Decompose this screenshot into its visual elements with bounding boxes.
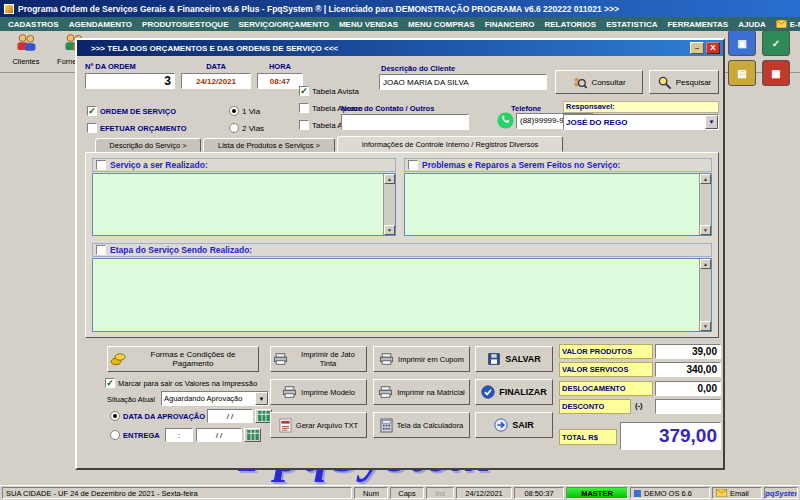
finalizar-button[interactable]: FINALIZAR (475, 379, 553, 405)
menu-estatistica[interactable]: ESTATISTICA (601, 19, 662, 30)
check-circle-icon (481, 385, 495, 399)
tab-lista-produtos[interactable]: Lista de Produtos e Serviços > (203, 138, 335, 152)
marcar-valores-checkbox[interactable]: ✓ Marcar para sair os Valores na Impress… (105, 378, 257, 388)
entrega-radio[interactable]: ENTREGA (110, 430, 160, 440)
imprimir-matricial-button[interactable]: Imprimir na Matricial (373, 379, 470, 405)
time-field[interactable]: 08:47 (257, 73, 303, 89)
toolbar-clientes-button[interactable]: Clientes (2, 32, 50, 72)
menubar: CADASTROS AGENDAMENTO PRODUTOS/ESTOQUE S… (0, 17, 800, 31)
via1-radio[interactable]: 1 Via (229, 106, 260, 116)
whatsapp-icon[interactable] (497, 112, 514, 129)
status-email-button[interactable]: Email (712, 487, 762, 499)
scroll-down-icon[interactable]: ▼ (700, 225, 711, 235)
txt-file-icon (279, 418, 292, 433)
ordens-servico-dialog: >>> TELA DOS ORÇAMENTOS E DAS ORDENS DE … (75, 38, 725, 470)
time-label: HORA (257, 62, 303, 71)
menu-compras[interactable]: MENU COMPRAS (403, 19, 480, 30)
cliente-input[interactable]: JOAO MARIA DA SILVA (379, 74, 547, 90)
imprimir-cupom-button[interactable]: Imprimir em Cupom (373, 346, 470, 372)
toolbar-icon-blue[interactable]: ▣ (728, 30, 756, 56)
responsavel-label: Responsavel: (563, 101, 719, 113)
toolbar-icon-yellow[interactable]: ▤ (728, 60, 756, 86)
entrega-date-field[interactable]: / / (196, 428, 242, 442)
menu-vendas[interactable]: MENU VENDAS (334, 19, 403, 30)
dialog-titlebar[interactable]: >>> TELA DOS ORÇAMENTOS E DAS ORDENS DE … (77, 40, 723, 56)
via2-radio[interactable]: 2 Vias (229, 123, 264, 133)
status-user-badge: MASTER (566, 487, 628, 499)
servico-realizado-textarea[interactable]: ▲▼ (92, 173, 396, 236)
envelope-icon (716, 489, 727, 497)
scroll-up-icon[interactable]: ▲ (700, 174, 711, 184)
calendar-icon (258, 411, 270, 421)
toolbar-icon-red[interactable]: ▦ (762, 60, 790, 86)
order-number-field[interactable]: 3 (85, 73, 175, 89)
desconto-label: DESCONTO (559, 399, 631, 414)
date-field[interactable]: 24/12/2021 (181, 73, 251, 89)
formas-pagamento-button[interactable]: Formas e Condições de Pagamento (107, 346, 259, 372)
menu-cadastros[interactable]: CADASTROS (3, 19, 64, 30)
cliente-label: Descrição do Cliente (381, 64, 455, 73)
etapa-servico-checkbox[interactable] (96, 245, 106, 255)
entrega-time-field[interactable]: : (165, 428, 193, 442)
desconto-value[interactable] (655, 399, 721, 414)
scroll-down-icon[interactable]: ▼ (384, 225, 395, 235)
calendar-icon (247, 430, 259, 440)
scrollbar[interactable]: ▲▼ (383, 174, 395, 235)
deslocamento-label: DESLOCAMENTO (559, 381, 653, 396)
date-label: DATA (181, 62, 251, 71)
menu-agendamento[interactable]: AGENDAMENTO (64, 19, 137, 30)
pesquisar-button[interactable]: Pesquisar (649, 70, 719, 94)
ordem-servico-checkbox[interactable]: ✓ ORDEM DE SERVIÇO (87, 106, 176, 116)
menu-financeiro[interactable]: FINANCEIRO (480, 19, 540, 30)
menu-ajuda[interactable]: AJUDA (733, 19, 771, 30)
scroll-down-icon[interactable]: ▼ (700, 321, 711, 331)
date-group: DATA 24/12/2021 (181, 62, 251, 89)
calendar-button[interactable] (244, 428, 261, 442)
status-time: 08:50:37 (514, 487, 564, 499)
gerar-txt-button[interactable]: Gerar Arquivo TXT (270, 412, 367, 438)
statusbar: SUA CIDADE - UF 24 de Dezembro de 2021 -… (0, 485, 800, 500)
search-icon (657, 75, 672, 90)
data-aprovacao-field[interactable]: / / (207, 409, 253, 423)
calculator-icon (380, 418, 393, 433)
problemas-reparos-checkbox[interactable] (408, 160, 418, 170)
scroll-up-icon[interactable]: ▲ (384, 174, 395, 184)
app-icon (4, 4, 14, 14)
consultar-button[interactable]: Consultar (555, 70, 643, 94)
contato-input[interactable] (341, 114, 469, 130)
tab-descricao-servico[interactable]: Descrição do Serviço > (95, 138, 201, 152)
scroll-up-icon[interactable]: ▲ (700, 259, 711, 269)
situacao-combo[interactable]: Aguardando Aprovação ▼ (161, 391, 269, 406)
menu-relatorios[interactable]: RELATORIOS (539, 19, 601, 30)
minimize-button[interactable]: – (690, 42, 704, 54)
scrollbar[interactable]: ▲▼ (699, 174, 711, 235)
close-icon[interactable]: X (706, 42, 720, 54)
menu-produtos-estoque[interactable]: PRODUTOS/ESTOQUE (137, 19, 233, 30)
problemas-reparos-textarea[interactable]: ▲▼ (404, 173, 712, 236)
app-title: Programa Ordem de Serviços Gerais & Fina… (18, 4, 619, 14)
printer-icon (379, 352, 394, 366)
menu-servico-orcamento[interactable]: SERVIÇO/ORÇAMENTO (233, 19, 333, 30)
imprime-modelo-button[interactable]: Imprime Modelo (270, 379, 367, 405)
efetuar-orcamento-checkbox[interactable]: EFETUAR ORÇAMENTO (87, 123, 187, 133)
responsavel-combo[interactable]: JOSÉ DO REGO ▼ (563, 114, 719, 130)
toolbar-icon-green[interactable]: ✓ (762, 30, 790, 56)
calculadora-button[interactable]: Tela da Calculadora (373, 412, 470, 438)
total-label: TOTAL R$ (559, 429, 617, 445)
tab-informacoes-controle[interactable]: Informações de Controle Interno / Regist… (337, 136, 563, 152)
data-aprovacao-radio[interactable]: DATA DA APROVAÇÃO (110, 411, 205, 421)
menu-email[interactable]: E-MAIL (771, 19, 800, 30)
app-titlebar[interactable]: Programa Ordem de Serviços Gerais & Fina… (0, 0, 800, 17)
imprimir-jato-tinta-button[interactable]: Imprimir de Jato Tinta (270, 346, 367, 372)
chevron-down-icon[interactable]: ▼ (705, 115, 718, 129)
menu-ferramentas[interactable]: FERRAMENTAS (662, 19, 733, 30)
scrollbar[interactable]: ▲▼ (699, 259, 711, 331)
chevron-down-icon[interactable]: ▼ (255, 392, 268, 405)
etapa-servico-textarea[interactable]: ▲▼ (92, 258, 712, 332)
servico-realizado-checkbox[interactable] (96, 160, 106, 170)
printer-icon (378, 385, 393, 399)
tabela-avista-checkbox[interactable]: ✓ Tabela Avista (299, 86, 359, 96)
valor-produtos-label: VALOR PRODUTOS (559, 344, 653, 359)
salvar-button[interactable]: SALVAR (475, 346, 553, 372)
sair-button[interactable]: SAIR (475, 412, 553, 438)
